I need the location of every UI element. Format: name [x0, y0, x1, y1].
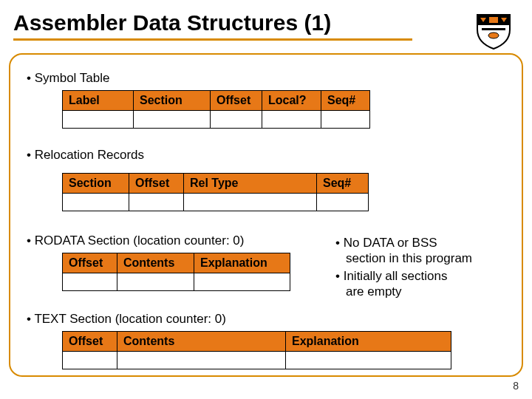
th-offset: Offset	[211, 91, 262, 111]
bullet-rodata: RODATA Section (location counter: 0)	[27, 233, 244, 248]
bullet-text: TEXT Section (location counter: 0)	[27, 312, 226, 327]
title-underline	[13, 38, 412, 41]
table-rodata: Offset Contents Explanation	[62, 253, 290, 291]
page-number: 8	[513, 380, 519, 392]
th-section: Section	[134, 91, 211, 111]
svg-rect-0	[489, 17, 498, 23]
princeton-shield-icon	[473, 10, 514, 52]
table-row	[63, 273, 290, 291]
th-offset: Offset	[63, 253, 117, 273]
th-offset: Offset	[63, 332, 117, 352]
table-row	[63, 111, 370, 129]
th-reltype: Rel Type	[184, 174, 317, 194]
svg-point-2	[488, 33, 499, 38]
th-seq: Seq#	[317, 174, 369, 194]
th-offset: Offset	[129, 174, 184, 194]
th-contents: Contents	[117, 253, 194, 273]
svg-rect-1	[482, 28, 505, 30]
table-row	[63, 194, 369, 211]
title-block: Assembler Data Structures (1)	[13, 10, 412, 41]
th-explanation: Explanation	[194, 253, 290, 273]
th-section: Section	[63, 174, 129, 194]
side-note: No DATA or BSS section in this program I…	[335, 235, 513, 301]
th-seq: Seq#	[321, 91, 370, 111]
slide: Assembler Data Structures (1) Symbol Tab…	[0, 0, 532, 399]
table-row: Section Offset Rel Type Seq#	[63, 174, 369, 194]
th-label: Label	[63, 91, 134, 111]
table-text: Offset Contents Explanation	[62, 331, 451, 369]
th-local: Local?	[262, 91, 321, 111]
th-contents: Contents	[117, 332, 286, 352]
page-title: Assembler Data Structures (1)	[13, 10, 412, 35]
table-relocation: Section Offset Rel Type Seq#	[62, 173, 369, 211]
table-row: Offset Contents Explanation	[63, 253, 290, 273]
side-note-line: No DATA or BSS section in this program	[335, 235, 513, 267]
table-row: Label Section Offset Local? Seq#	[63, 91, 370, 111]
table-row	[63, 352, 451, 369]
bullet-symbol-table: Symbol Table	[27, 71, 109, 86]
side-note-line: Initially all sections are empty	[335, 268, 513, 300]
bullet-relocation: Relocation Records	[27, 148, 144, 163]
table-symbol: Label Section Offset Local? Seq#	[62, 90, 370, 129]
th-explanation: Explanation	[286, 332, 451, 352]
table-row: Offset Contents Explanation	[63, 332, 451, 352]
